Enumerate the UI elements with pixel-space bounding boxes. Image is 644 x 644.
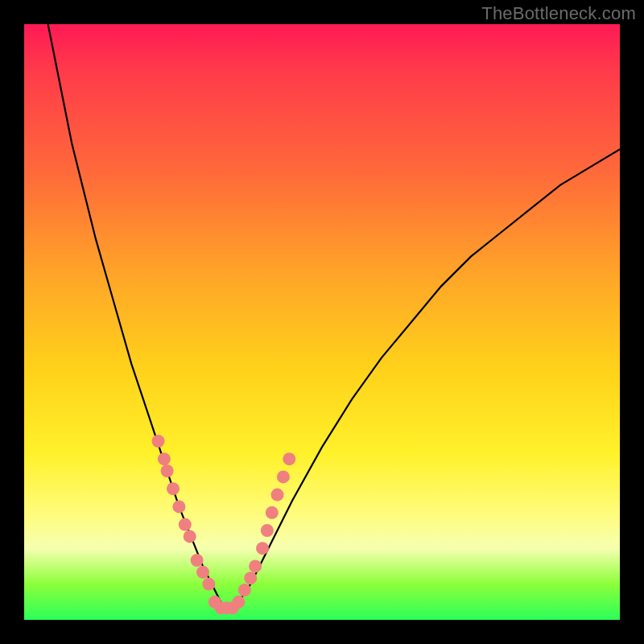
marker-dot [202,578,215,591]
marker-dot [244,572,257,584]
marker-dot [261,524,274,537]
marker-dot [277,470,290,483]
marker-dot [167,482,180,495]
marker-dot [249,559,262,572]
marker-dot [196,566,209,579]
marker-dot [232,596,245,609]
chart-frame: TheBottleneck.com [0,0,644,644]
chart-svg [24,24,620,620]
marker-dot [179,518,192,531]
marker-dot [283,452,295,465]
marker-dot [271,489,284,502]
marker-dot [191,554,204,567]
plot-area [24,24,620,620]
marker-dot [152,435,165,448]
marker-dot [238,584,251,597]
marker-dot [172,500,185,513]
marker-dot [161,464,174,477]
bottleneck-curve [48,24,620,608]
marker-dots [152,435,296,614]
marker-dot [184,530,196,543]
marker-dot [256,542,269,555]
marker-dot [158,452,171,465]
marker-dot [266,506,279,519]
watermark-text: TheBottleneck.com [481,3,636,24]
bottleneck-curve-path [48,24,620,608]
